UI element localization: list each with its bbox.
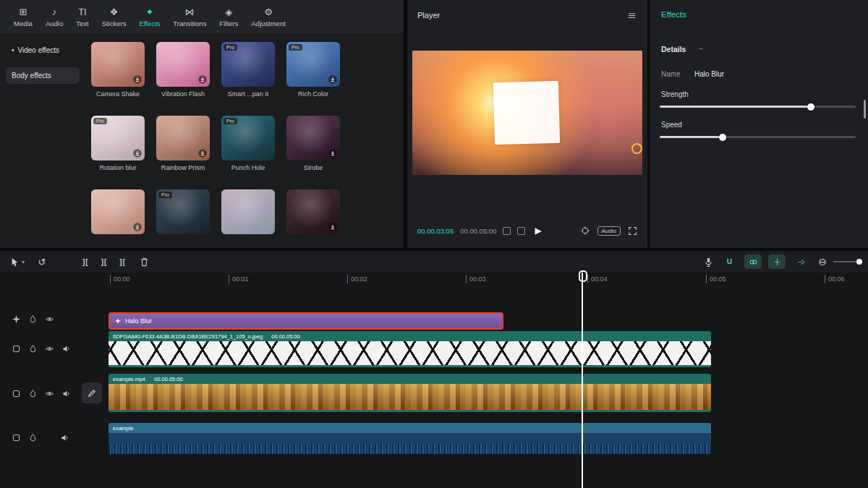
download-icon[interactable] [197, 74, 208, 85]
effect-card[interactable]: Pro [156, 189, 210, 246]
strength-label: Strength [661, 90, 689, 98]
tab-effects[interactable]: ✦Effects [132, 4, 166, 30]
video-clip[interactable]: example.mp4 00.00.05:00 [109, 374, 711, 412]
effect-thumbnail[interactable] [156, 42, 210, 87]
fullscreen-icon[interactable] [628, 226, 637, 236]
delete-icon[interactable] [138, 255, 150, 268]
effect-card-rotation-blur[interactable]: Pro Rotation blur [91, 116, 145, 172]
audio-clip[interactable]: example [109, 423, 711, 454]
effect-label: Punch Hole [221, 164, 275, 172]
effect-card[interactable] [286, 189, 340, 246]
effect-thumbnail[interactable]: Pro [156, 189, 210, 234]
effect-card-punch-hole[interactable]: Pro Punch Hole [221, 116, 275, 172]
effect-card-rich-color[interactable]: Pro Rich Color [286, 42, 340, 98]
audio-quality-badge[interactable]: Audio [597, 226, 621, 236]
tab-filters[interactable]: ◈Filters [213, 4, 244, 30]
effect-card-smart-pan[interactable]: Pro Smart ...pan II [221, 42, 275, 98]
eye-icon[interactable] [45, 389, 54, 398]
effect-thumbnail[interactable] [91, 42, 145, 87]
tab-media[interactable]: ⊞Media [7, 4, 39, 30]
strength-slider[interactable] [660, 106, 856, 108]
auto-ripple-icon[interactable] [792, 254, 809, 269]
download-icon[interactable] [197, 148, 208, 158]
effect-thumbnail[interactable]: Pro [221, 116, 275, 160]
download-icon[interactable] [328, 74, 338, 85]
select-tool-icon[interactable] [9, 255, 20, 268]
strength-slider-handle[interactable] [807, 103, 814, 111]
eye-icon[interactable] [45, 344, 54, 354]
sidebar-item-video-effects[interactable]: • Video effects [6, 42, 80, 59]
mute-icon[interactable] [61, 344, 71, 354]
zoom-slider-handle[interactable] [856, 259, 862, 265]
playhead-handle[interactable] [579, 270, 587, 282]
select-tool-chevron-icon[interactable]: ▾ [22, 259, 25, 265]
media-icon: ⊞ [19, 7, 27, 17]
split-icon[interactable]: ][ [82, 258, 89, 266]
eye-icon[interactable] [45, 314, 54, 324]
effect-thumbnail[interactable] [91, 189, 145, 234]
effect-card-strobe[interactable]: Strobe [286, 116, 340, 172]
record-voiceover-icon[interactable] [702, 255, 714, 268]
effect-thumbnail[interactable]: Pro [286, 42, 340, 87]
droplet-icon[interactable] [28, 433, 38, 442]
effect-card-rainbow-prism[interactable]: Rainbow Prism [156, 116, 210, 172]
download-icon[interactable] [132, 222, 142, 232]
effect-track-controls [0, 314, 54, 324]
zoom-out-icon[interactable]: ⊖ [817, 255, 828, 268]
speed-slider[interactable] [660, 136, 856, 138]
mute-icon[interactable] [60, 433, 69, 442]
edit-track-button[interactable] [82, 382, 102, 403]
download-icon[interactable] [132, 74, 142, 85]
play-button[interactable]: ▶ [535, 226, 541, 236]
tab-stickers[interactable]: ❖Stickers [95, 4, 133, 30]
effect-thumbnail[interactable]: Pro [221, 42, 275, 87]
sidebar-item-body-effects[interactable]: Body effects [6, 67, 80, 84]
droplet-icon[interactable] [28, 314, 38, 324]
effect-card[interactable] [91, 189, 145, 246]
effect-clip-halo-blur[interactable]: Halo Blur [109, 312, 503, 330]
player-menu-icon[interactable] [626, 10, 637, 21]
tab-adjustment[interactable]: ⚙Adjustment [244, 4, 292, 30]
effect-card[interactable] [221, 189, 275, 246]
tab-transitions[interactable]: ⋈Transitions [166, 4, 213, 30]
effect-card-camera-shake[interactable]: Camera Shake [91, 42, 145, 98]
track-type-icon [12, 344, 21, 354]
undo-icon[interactable]: ↺ [36, 255, 48, 268]
pause-button[interactable] [503, 227, 511, 235]
droplet-icon[interactable] [28, 389, 38, 398]
speed-slider-handle[interactable] [719, 134, 726, 141]
delete-right-icon[interactable]: ][ [119, 258, 126, 266]
panel-scrollbar[interactable] [864, 100, 866, 119]
effect-thumbnail[interactable] [221, 189, 275, 234]
effect-thumbnail[interactable]: Pro [91, 116, 145, 160]
delete-left-icon[interactable]: ][ [101, 258, 108, 266]
preview-axis-icon[interactable] [768, 254, 786, 269]
tab-audio[interactable]: ♪Audio [39, 4, 69, 30]
effect-card-vibration-flash[interactable]: Vibration Flash [156, 42, 210, 98]
stop-button[interactable] [517, 227, 525, 235]
effect-clip-icon [114, 317, 122, 325]
effect-thumbnail[interactable] [286, 116, 340, 160]
effect-thumbnail[interactable] [286, 189, 340, 234]
player-title: Player [417, 11, 440, 20]
strength-slider-fill [660, 106, 811, 108]
time-ruler[interactable]: 00:00 00:01 00:02 00:03 00:04 00:05 00:0… [0, 273, 868, 287]
snapshot-icon[interactable] [580, 226, 590, 236]
image-clip[interactable]: 6DPGA840-F633-4A3B-B1DB-DBA1BE291794_1_1… [109, 331, 711, 367]
download-icon[interactable] [132, 148, 142, 158]
details-section-label[interactable]: Details [661, 45, 686, 53]
collapse-icon[interactable]: – [699, 44, 703, 52]
audio-track-controls [0, 433, 69, 442]
linkage-icon[interactable] [744, 254, 762, 269]
droplet-icon[interactable] [28, 344, 38, 354]
main-track-magnet-icon[interactable] [720, 254, 738, 269]
download-icon[interactable] [328, 222, 338, 232]
pro-badge: Pro [224, 44, 237, 51]
effect-thumbnail[interactable] [156, 116, 210, 160]
zoom-slider[interactable] [833, 261, 859, 262]
ruler-label: 00:03 [466, 275, 486, 283]
timeline: ▾ ↺ ][ ][ ][ ⊖ 00:00 00:01 00:02 00:03 0… [0, 251, 868, 488]
tab-text[interactable]: TIText [69, 4, 95, 30]
download-icon[interactable] [328, 148, 338, 158]
mute-icon[interactable] [61, 389, 71, 398]
